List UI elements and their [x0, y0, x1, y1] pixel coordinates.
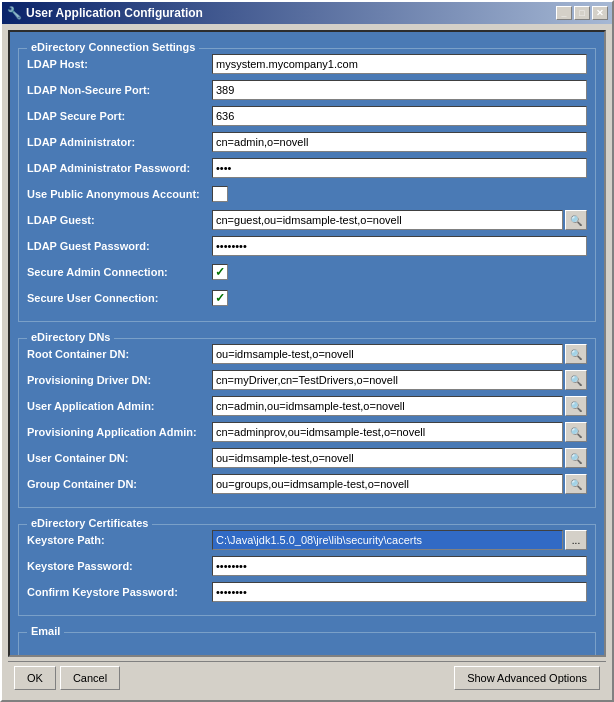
keystore-password-label: Keystore Password:	[27, 560, 212, 572]
user-app-admin-input[interactable]	[212, 396, 563, 416]
secure-user-conn-row: Secure User Connection:	[27, 287, 587, 309]
keystore-path-input[interactable]	[212, 530, 563, 550]
ldap-secure-port-label: LDAP Secure Port:	[27, 110, 212, 122]
provisioning-app-admin-row: Provisioning Application Admin: 🔍	[27, 421, 587, 443]
ldap-secure-port-input[interactable]	[212, 106, 587, 126]
user-container-dn-browse-button[interactable]: 🔍	[565, 448, 587, 468]
ldap-admin-password-label: LDAP Administrator Password:	[27, 162, 212, 174]
ldap-guest-row: LDAP Guest: 🔍	[27, 209, 587, 231]
root-container-dn-input[interactable]	[212, 344, 563, 364]
ldap-admin-password-input[interactable]	[212, 158, 587, 178]
use-public-anon-row: Use Public Anonymous Account:	[27, 183, 587, 205]
root-container-dn-browse-button[interactable]: 🔍	[565, 344, 587, 364]
group-container-dn-row: Group Container DN: 🔍	[27, 473, 587, 495]
title-bar: 🔧 User Application Configuration _ □ ✕	[2, 2, 612, 24]
user-container-dn-input[interactable]	[212, 448, 563, 468]
secure-user-conn-checkbox[interactable]	[212, 290, 228, 306]
ldap-guest-password-row: LDAP Guest Password:	[27, 235, 587, 257]
window-controls: _ □ ✕	[556, 6, 608, 20]
provisioning-app-admin-input[interactable]	[212, 422, 563, 442]
provisioning-app-admin-browse-button[interactable]: 🔍	[565, 422, 587, 442]
keystore-path-label: Keystore Path:	[27, 534, 212, 546]
maximize-button[interactable]: □	[574, 6, 590, 20]
window-icon: 🔧	[6, 5, 22, 21]
main-window: 🔧 User Application Configuration _ □ ✕ e…	[0, 0, 614, 702]
ldap-nonsecure-port-input[interactable]	[212, 80, 587, 100]
scroll-container[interactable]: eDirectory Connection Settings LDAP Host…	[8, 30, 606, 657]
window-title: User Application Configuration	[26, 6, 552, 20]
keystore-path-row: Keystore Path: ...	[27, 529, 587, 551]
edirectory-connection-group: eDirectory Connection Settings LDAP Host…	[18, 48, 596, 322]
keystore-path-browse-button[interactable]: ...	[565, 530, 587, 550]
user-container-dn-row: User Container DN: 🔍	[27, 447, 587, 469]
provisioning-app-admin-field: 🔍	[212, 422, 587, 442]
confirm-keystore-password-row: Confirm Keystore Password:	[27, 581, 587, 603]
scroll-inner: eDirectory Connection Settings LDAP Host…	[10, 32, 604, 657]
user-app-admin-row: User Application Admin: 🔍	[27, 395, 587, 417]
group-container-dn-field: 🔍	[212, 474, 587, 494]
use-public-anon-label: Use Public Anonymous Account:	[27, 188, 212, 200]
user-container-dn-field: 🔍	[212, 448, 587, 468]
secure-admin-conn-row: Secure Admin Connection:	[27, 261, 587, 283]
secure-user-conn-label: Secure User Connection:	[27, 292, 212, 304]
content-area: eDirectory Connection Settings LDAP Host…	[2, 24, 612, 700]
email-title: Email	[27, 625, 64, 637]
root-container-dn-label: Root Container DN:	[27, 348, 212, 360]
ldap-guest-label: LDAP Guest:	[27, 214, 212, 226]
keystore-path-field: ...	[212, 530, 587, 550]
provisioning-driver-dn-field: 🔍	[212, 370, 587, 390]
edirectory-certs-group: eDirectory Certificates Keystore Path: .…	[18, 524, 596, 616]
confirm-keystore-password-label: Confirm Keystore Password:	[27, 586, 212, 598]
ldap-admin-label: LDAP Administrator:	[27, 136, 212, 148]
ldap-secure-port-row: LDAP Secure Port:	[27, 105, 587, 127]
group-container-dn-input[interactable]	[212, 474, 563, 494]
user-app-admin-field: 🔍	[212, 396, 587, 416]
provisioning-driver-dn-browse-button[interactable]: 🔍	[565, 370, 587, 390]
email-group: Email	[18, 632, 596, 657]
provisioning-driver-dn-input[interactable]	[212, 370, 563, 390]
ldap-guest-input[interactable]	[212, 210, 563, 230]
ok-button[interactable]: OK	[14, 666, 56, 690]
close-button[interactable]: ✕	[592, 6, 608, 20]
secure-admin-conn-checkbox[interactable]	[212, 264, 228, 280]
provisioning-driver-dn-row: Provisioning Driver DN: 🔍	[27, 369, 587, 391]
ldap-nonsecure-port-label: LDAP Non-Secure Port:	[27, 84, 212, 96]
edirectory-connection-title: eDirectory Connection Settings	[27, 41, 199, 53]
confirm-keystore-password-input[interactable]	[212, 582, 587, 602]
user-container-dn-label: User Container DN:	[27, 452, 212, 464]
bottom-bar: OK Cancel Show Advanced Options	[8, 661, 606, 694]
secure-admin-conn-label: Secure Admin Connection:	[27, 266, 212, 278]
ldap-nonsecure-port-row: LDAP Non-Secure Port:	[27, 79, 587, 101]
edirectory-dns-title: eDirectory DNs	[27, 331, 114, 343]
ldap-admin-password-row: LDAP Administrator Password:	[27, 157, 587, 179]
ldap-admin-input[interactable]	[212, 132, 587, 152]
ldap-guest-field: 🔍	[212, 210, 587, 230]
keystore-password-input[interactable]	[212, 556, 587, 576]
ldap-guest-browse-button[interactable]: 🔍	[565, 210, 587, 230]
group-container-dn-label: Group Container DN:	[27, 478, 212, 490]
ldap-host-label: LDAP Host:	[27, 58, 212, 70]
group-container-dn-browse-button[interactable]: 🔍	[565, 474, 587, 494]
ldap-admin-row: LDAP Administrator:	[27, 131, 587, 153]
user-app-admin-browse-button[interactable]: 🔍	[565, 396, 587, 416]
minimize-button[interactable]: _	[556, 6, 572, 20]
user-app-admin-label: User Application Admin:	[27, 400, 212, 412]
provisioning-app-admin-label: Provisioning Application Admin:	[27, 426, 212, 438]
ldap-host-row: LDAP Host:	[27, 53, 587, 75]
use-public-anon-checkbox[interactable]	[212, 186, 228, 202]
ldap-guest-password-label: LDAP Guest Password:	[27, 240, 212, 252]
root-container-dn-row: Root Container DN: 🔍	[27, 343, 587, 365]
cancel-button[interactable]: Cancel	[60, 666, 120, 690]
show-advanced-options-button[interactable]: Show Advanced Options	[454, 666, 600, 690]
ldap-host-input[interactable]	[212, 54, 587, 74]
root-container-dn-field: 🔍	[212, 344, 587, 364]
edirectory-dns-group: eDirectory DNs Root Container DN: 🔍 Prov…	[18, 338, 596, 508]
edirectory-certs-title: eDirectory Certificates	[27, 517, 152, 529]
ldap-guest-password-input[interactable]	[212, 236, 587, 256]
keystore-password-row: Keystore Password:	[27, 555, 587, 577]
provisioning-driver-dn-label: Provisioning Driver DN:	[27, 374, 212, 386]
